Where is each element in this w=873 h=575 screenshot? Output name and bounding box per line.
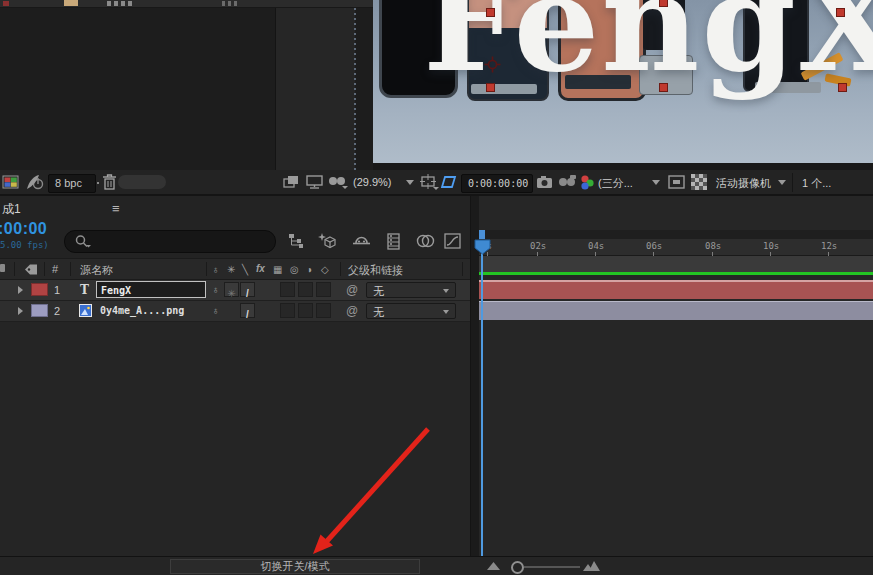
channel-rgb-icon[interactable] [579,174,595,191]
shy-switch-icon[interactable]: ♁ [212,305,220,316]
frame-rate-label: 5.00 fps) [0,240,49,250]
text-layer-icon: T [80,283,89,297]
graph-editor-icon[interactable] [444,233,461,249]
interpret-footage-icon[interactable] [2,174,22,191]
layer-color-swatch[interactable] [31,283,48,296]
work-area-start-marker[interactable] [479,230,485,239]
preview-time-field[interactable]: 0:00:00:00 [461,174,533,193]
motion-blur-icon[interactable] [416,233,435,249]
magnification-value[interactable]: (29.9%) [353,176,392,188]
bit-depth-button[interactable]: 8 bpc [48,174,96,193]
timeline-tab-comp1[interactable]: 成1 [2,201,21,218]
toolbar-strip: 8 bpc (29.9%) [0,170,873,196]
label-color-column-icon[interactable] [24,263,39,276]
parent-pick-whip-icon[interactable]: @ [346,283,358,297]
panel-menu-icon[interactable]: ≡ [112,201,120,216]
expand-chevron-icon[interactable] [18,286,23,294]
panel-splitter[interactable] [354,8,356,170]
frame-blend-switch[interactable] [298,282,313,297]
timeline-search-input[interactable] [64,230,276,253]
adjustment-column-icon[interactable]: ◑ [306,264,312,275]
work-area-bar[interactable] [479,230,873,239]
parent-dropdown[interactable]: 无 [366,282,456,298]
expand-chevron-icon[interactable] [18,307,23,315]
layer-bar-fengx[interactable] [479,280,873,299]
layer-handle[interactable] [836,8,845,17]
3d-column-icon[interactable]: ◇ [321,264,329,275]
proxy-feather-icon[interactable] [26,173,46,191]
parent-dropdown[interactable]: 无 [366,303,456,319]
layer-color-swatch[interactable] [31,304,48,317]
folder-icon [64,0,78,6]
layer-handle[interactable] [486,83,495,92]
fx-column-icon[interactable]: fx [256,263,265,274]
playhead-head[interactable] [474,239,491,255]
frame-blend-switch[interactable] [298,303,313,318]
roi-icon[interactable] [668,175,685,189]
viewer-lower-gap [373,163,873,170]
ruler-label: 06s [646,241,662,251]
layer-index: 1 [54,284,60,296]
fx-switch[interactable] [280,303,295,318]
composition-viewer: FengX [373,0,873,170]
zoom-out-mountain-icon[interactable] [487,561,500,570]
comp-mini-flowchart-icon[interactable] [288,233,306,249]
resolution-chevron-icon[interactable] [652,180,660,185]
layer-row-2[interactable]: 2 0y4me_A....png ♁ / @ 无 [0,301,470,322]
toggle-switches-modes-button[interactable]: 切换开关/模式 [170,559,420,574]
camera-view-value[interactable]: 活动摄像机 [716,176,771,191]
anchor-point-icon[interactable] [484,56,501,73]
mask-visibility-icon[interactable] [441,174,457,190]
column-source-name[interactable]: 源名称 [80,263,113,278]
draft-3d-icon[interactable] [318,233,337,250]
frame-blending-icon[interactable] [386,233,401,250]
layer-handle[interactable] [486,8,495,17]
time-ruler[interactable]: 0s 02s 04s 06s 08s 10s 12s [479,239,873,256]
region-of-interest-icon[interactable] [420,174,439,191]
composition-canvas[interactable]: FengX [373,0,873,163]
collapse-switch[interactable]: ✳ [224,282,239,297]
layer-handle[interactable] [659,0,668,7]
quality-switch[interactable]: / [240,282,255,297]
timeline-zoom-knob[interactable] [511,561,524,574]
project-scrollbar-thumb[interactable] [118,175,166,189]
view-layout-value[interactable]: 1 个... [802,176,831,191]
layer-handle[interactable] [659,83,668,92]
current-time-display[interactable]: :00:00 [0,220,47,238]
column-index[interactable]: # [52,263,58,275]
motion-blur-switch[interactable] [316,303,331,318]
layer-handle[interactable] [838,83,847,92]
monitor-icon[interactable] [306,174,323,190]
shy-layers-icon[interactable] [352,233,371,249]
magnification-chevron-icon[interactable] [406,180,414,185]
trash-icon[interactable] [102,173,117,191]
transparency-grid-icon[interactable] [691,174,707,190]
channel-glasses-icon[interactable] [328,175,348,189]
layer-name-edit-box[interactable]: FengX [96,281,206,298]
collapse-column-icon[interactable]: ✳ [227,264,235,275]
ruler-label: 10s [763,241,779,251]
motion-blur-switch[interactable] [316,282,331,297]
always-preview-view-icon[interactable] [283,175,300,190]
parent-pick-whip-icon[interactable]: @ [346,304,358,318]
bottom-status-bar: 切换开关/模式 [0,556,873,575]
motion-blur-column-icon[interactable]: ◎ [290,264,299,275]
layer-bar-png[interactable] [479,301,873,320]
column-parent-link[interactable]: 父级和链接 [348,263,403,278]
shy-column-icon[interactable]: ♁ [212,264,220,275]
resolution-value[interactable]: (三分... [598,176,633,191]
camera-view-chevron-icon[interactable] [778,180,786,185]
show-snapshot-icon[interactable] [558,175,578,189]
snapshot-camera-icon[interactable] [536,174,553,190]
quality-switch[interactable]: / [240,303,255,318]
project-panel-column [275,8,355,170]
layer-name[interactable]: 0y4me_A....png [100,305,184,316]
timeline-zoom-track[interactable] [524,566,580,568]
fx-switch[interactable] [280,282,295,297]
shy-switch-icon[interactable]: ♁ [212,284,220,295]
playhead-line[interactable] [481,240,483,556]
quality-column-icon[interactable]: ╲ [242,264,248,275]
frame-blend-column-icon[interactable]: ▦ [273,264,282,275]
layer-row-1[interactable]: 1 T FengX ♁ ✳ / @ 无 [0,280,470,301]
zoom-in-mountain-icon[interactable] [583,561,600,571]
